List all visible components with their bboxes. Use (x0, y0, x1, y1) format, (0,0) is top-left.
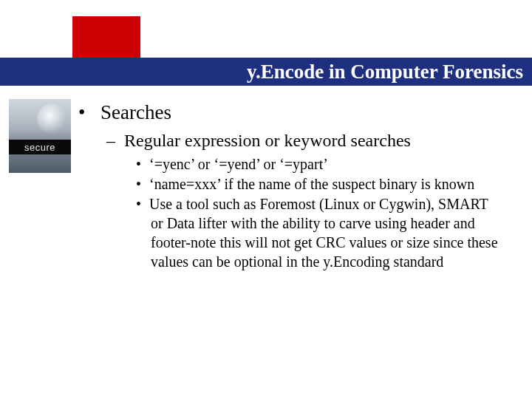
slide-body: •Searches –Regular expression or keyword… (78, 99, 514, 272)
bullet-dot-icon: • (136, 194, 149, 214)
bullet-dot-icon: • (78, 99, 100, 126)
bullet-dot-icon: • (136, 154, 149, 174)
bullet-level3: •‘=yenc’ or ‘=yend’ or ‘=ypart’ (136, 154, 498, 174)
slide-title: y.Encode in Computer Forensics (247, 61, 523, 83)
title-bar: y.Encode in Computer Forensics (0, 58, 532, 86)
bullet-level1-text: Searches (100, 101, 171, 123)
bullet-level2-text: Regular expression or keyword searches (124, 131, 411, 150)
secure-label: secure (24, 142, 55, 153)
secure-band: secure (9, 140, 71, 154)
bullet-level3-text: ‘=yenc’ or ‘=yend’ or ‘=ypart’ (149, 156, 328, 172)
bullet-level3: •‘name=xxx’ if the name of the suspect b… (136, 174, 498, 194)
bullet-level2: –Regular expression or keyword searches (106, 129, 514, 152)
bullet-dot-icon: • (136, 174, 149, 194)
bullet-level3-text: Use a tool such as Foremost (Linux or Cy… (149, 196, 498, 270)
lens-flare-icon (37, 103, 68, 134)
bullet-level1: •Searches (78, 99, 514, 126)
bullet-level3: •Use a tool such as Foremost (Linux or C… (136, 194, 498, 271)
secure-image: secure (9, 99, 71, 173)
dash-icon: – (106, 129, 124, 152)
bullet-level3-text: ‘name=xxx’ if the name of the suspect bi… (149, 176, 474, 192)
